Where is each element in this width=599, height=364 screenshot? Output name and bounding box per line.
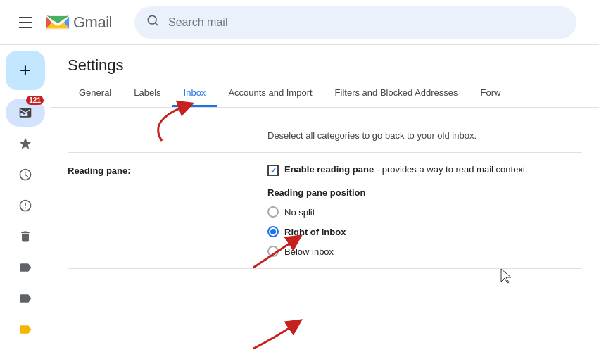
reading-pane-row: Reading pane: Enable reading pane - prov… xyxy=(68,153,582,269)
no-split-radio[interactable] xyxy=(267,206,279,218)
hamburger-icon xyxy=(19,17,32,28)
page-title: Settings xyxy=(51,45,599,80)
sidebar-item-starred[interactable] xyxy=(6,130,45,158)
right-of-inbox-option[interactable]: Right of inbox xyxy=(267,226,582,237)
settings-body: Deselect all categories to go back to yo… xyxy=(51,108,599,364)
sidebar-item-label2[interactable] xyxy=(6,284,45,313)
reading-pane-options: Enable reading pane - provides a way to … xyxy=(267,164,582,257)
sidebar: + 121 xyxy=(0,45,51,364)
tab-forwarding[interactable]: Forw xyxy=(469,80,512,107)
right-of-inbox-label: Right of inbox xyxy=(284,227,346,237)
tab-accounts[interactable]: Accounts and Import xyxy=(217,80,323,107)
below-inbox-option[interactable]: Below inbox xyxy=(267,246,582,257)
reading-pane-label: Reading pane: xyxy=(68,164,251,257)
no-split-label: No split xyxy=(284,207,315,218)
tab-inbox[interactable]: Inbox xyxy=(172,80,217,107)
no-split-option[interactable]: No split xyxy=(267,206,582,218)
enable-reading-pane-row: Enable reading pane - provides a way to … xyxy=(267,164,582,176)
main-layout: + 121 xyxy=(0,45,599,364)
sidebar-item-snoozed[interactable] xyxy=(6,161,45,189)
below-inbox-radio[interactable] xyxy=(267,246,279,257)
deselect-text: Deselect all categories to go back to yo… xyxy=(267,130,477,141)
inbox-badge: 121 xyxy=(26,96,44,105)
right-of-inbox-radio[interactable] xyxy=(267,226,279,237)
sidebar-item-label3[interactable] xyxy=(6,315,45,344)
sidebar-item-inbox[interactable]: 121 xyxy=(6,99,45,127)
enable-reading-pane-checkbox[interactable] xyxy=(267,165,279,176)
header: Gmail xyxy=(0,0,599,45)
sidebar-item-important[interactable] xyxy=(6,192,45,220)
categories-label xyxy=(68,130,251,141)
categories-row: Deselect all categories to go back to yo… xyxy=(68,119,582,153)
enable-reading-pane-bold: Enable reading pane xyxy=(284,164,374,175)
compose-plus-icon: + xyxy=(20,59,31,82)
settings-tabs: General Labels Inbox Accounts and Import… xyxy=(51,80,599,108)
search-icon xyxy=(146,13,160,31)
gmail-m-icon xyxy=(45,10,70,35)
tab-filters[interactable]: Filters and Blocked Addresses xyxy=(324,80,469,107)
gmail-logo: Gmail xyxy=(45,10,112,35)
categories-value: Deselect all categories to go back to yo… xyxy=(267,130,582,141)
sidebar-inbox-wrap: 121 xyxy=(6,99,45,127)
settings-content: Settings General Labels Inbox Accounts a… xyxy=(51,45,599,364)
compose-button[interactable]: + xyxy=(6,51,45,90)
tab-labels[interactable]: Labels xyxy=(122,80,172,107)
search-bar[interactable] xyxy=(134,6,576,39)
sidebar-item-trash[interactable] xyxy=(6,222,45,251)
reading-pane-position-title: Reading pane position xyxy=(267,187,582,198)
gmail-text: Gmail xyxy=(73,13,112,32)
below-inbox-label: Below inbox xyxy=(284,246,334,257)
tab-general[interactable]: General xyxy=(68,80,122,107)
search-input[interactable] xyxy=(168,16,565,29)
enable-reading-pane-label: Enable reading pane - provides a way to … xyxy=(284,164,528,175)
sidebar-item-label1[interactable] xyxy=(6,253,45,282)
enable-reading-pane-rest: - provides a way to read mail context. xyxy=(374,164,528,175)
menu-button[interactable] xyxy=(11,8,39,37)
